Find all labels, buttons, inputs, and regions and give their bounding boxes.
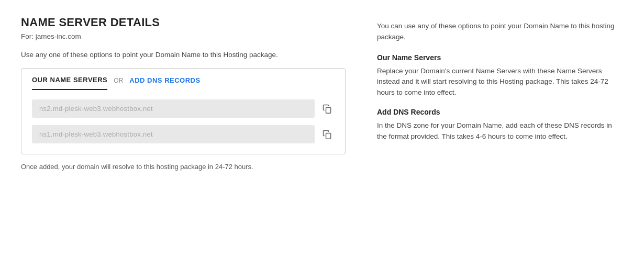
page-description: Use any one of these options to point yo… [21,51,346,59]
page-subtitle: For: james-inc.com [21,32,346,40]
right-panel: You can use any of these options to poin… [377,16,623,171]
svg-rect-1 [326,133,331,139]
sidebar-intro: You can use any of these options to poin… [377,21,623,43]
sidebar-section-body-1: Replace your Domain's current Name Serve… [377,66,623,99]
nameserver-input-1[interactable] [32,99,315,118]
copy-button-2[interactable] [320,127,335,142]
footer-note: Once added, your domain will resolve to … [21,163,346,171]
nameserver-row-2 [32,125,335,143]
name-server-card: OUR NAME SERVERS OR ADD DNS RECORDS [21,68,346,154]
page-title: NAME SERVER DETAILS [21,16,346,29]
sidebar-section-title-1: Our Name Servers [377,52,623,64]
tab-bar: OUR NAME SERVERS OR ADD DNS RECORDS [21,69,345,90]
tab-separator: OR [114,77,123,89]
tab-our-name-servers[interactable]: OUR NAME SERVERS [32,76,107,90]
main-layout: NAME SERVER DETAILS For: james-inc.com U… [21,16,623,171]
sidebar-section-title-2: Add DNS Records [377,107,623,118]
nameserver-input-2[interactable] [32,125,315,143]
left-panel: NAME SERVER DETAILS For: james-inc.com U… [21,16,346,171]
tab-add-dns-records[interactable]: ADD DNS RECORDS [129,76,200,89]
sidebar-section-body-2: In the DNS zone for your Domain Name, ad… [377,120,623,142]
sidebar-section-nameservers: Our Name Servers Replace your Domain's c… [377,52,623,98]
nameserver-fields [21,99,345,143]
svg-rect-0 [326,107,331,113]
copy-button-1[interactable] [320,102,335,116]
sidebar-section-dns: Add DNS Records In the DNS zone for your… [377,107,623,142]
nameserver-row-1 [32,99,335,118]
